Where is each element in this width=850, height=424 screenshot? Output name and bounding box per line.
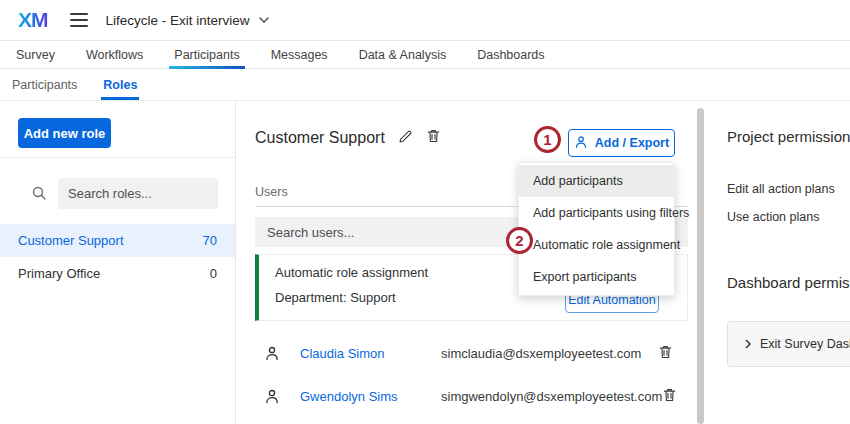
role-search-row [0,178,235,209]
role-list: Customer Support 70 Primary Office 0 [0,224,235,290]
menu-item-add-participants-using-filters[interactable]: Add participants using filters [519,197,674,229]
subtab-roles[interactable]: Roles [103,69,137,100]
primary-nav: Survey Workflows Participants Messages D… [0,40,850,69]
remove-user-button[interactable] [662,387,677,406]
role-name: Customer Support [18,233,124,248]
pencil-icon [398,129,413,147]
top-bar: XM Lifecycle - Exit interview [0,0,850,40]
user-email: simgwendolyn@dsxemployeetest.com [441,389,662,404]
dashboard-expander[interactable]: Exit Survey Dashboard [727,321,850,367]
trash-icon [658,344,673,363]
menu-item-add-participants[interactable]: Add participants [519,165,674,197]
role-list-item-customer-support[interactable]: Customer Support 70 [0,224,235,257]
add-export-button[interactable]: Add / Export [568,129,675,157]
chevron-right-icon [745,335,751,353]
role-list-item-primary-office[interactable]: Primary Office 0 [0,257,235,290]
permission-item-use-action-plans: Use action plans [727,210,819,224]
role-count: 70 [203,233,217,248]
user-name-link[interactable]: Gwendolyn Sims [300,389,441,404]
trash-icon [662,387,677,406]
person-icon [264,388,280,405]
hamburger-menu-icon[interactable] [70,13,88,27]
trash-icon [426,128,441,147]
user-name-link[interactable]: Claudia Simon [300,346,441,361]
role-count: 0 [210,266,217,281]
vertical-scrollbar[interactable] [697,108,704,424]
dashboard-permissions-title: Dashboard permissions [727,274,850,291]
search-icon [31,185,47,205]
subtab-participants[interactable]: Participants [12,69,77,100]
dashboard-name: Exit Survey Dashboard [760,337,850,351]
edit-role-button[interactable] [398,129,413,147]
role-title: Customer Support [255,129,385,147]
project-title[interactable]: Lifecycle - Exit interview [106,13,250,28]
project-permissions-title: Project permissions [727,128,850,145]
role-name: Primary Office [18,266,100,281]
delete-role-button[interactable] [426,128,441,147]
search-roles-input[interactable] [58,178,218,209]
automation-rule: Department: Support [275,290,396,305]
person-icon [574,135,588,152]
role-header: Customer Support [255,128,441,147]
menu-item-export-participants[interactable]: Export participants [519,261,674,293]
tab-data-analysis[interactable]: Data & Analysis [359,41,447,68]
permissions-panel: Project permissions Edit all action plan… [705,102,850,424]
tab-participants[interactable]: Participants [174,41,239,68]
secondary-nav: Participants Roles [0,69,850,101]
annotation-step-1: 1 [534,126,561,153]
xm-logo: XM [18,8,48,32]
automation-title: Automatic role assignment [275,265,428,280]
users-section-label: Users [255,185,288,199]
roles-sidebar: Add new role Customer Support 70 Primary… [0,102,236,424]
add-export-dropdown-menu: Add participants Add participants using … [518,162,675,296]
permission-item-edit-action-plans: Edit all action plans [727,182,835,196]
user-row: Gwendolyn Sims simgwendolyn@dsxemployeet… [255,381,688,411]
add-new-role-button[interactable]: Add new role [18,118,111,148]
person-icon [264,345,280,362]
menu-item-automatic-role-assignment[interactable]: Automatic role assignment [519,229,674,261]
tab-workflows[interactable]: Workflows [86,41,143,68]
remove-user-button[interactable] [658,344,673,363]
user-email: simclaudia@dsxemployeetest.com [441,346,658,361]
tab-messages[interactable]: Messages [271,41,328,68]
sidebar-divider [0,157,236,158]
tab-dashboards[interactable]: Dashboards [477,41,544,68]
user-row: Claudia Simon simclaudia@dsxemployeetest… [255,338,688,368]
annotation-step-2: 2 [506,227,533,254]
add-export-label: Add / Export [595,136,669,150]
tab-survey[interactable]: Survey [16,41,55,68]
chevron-down-icon[interactable] [259,17,269,23]
